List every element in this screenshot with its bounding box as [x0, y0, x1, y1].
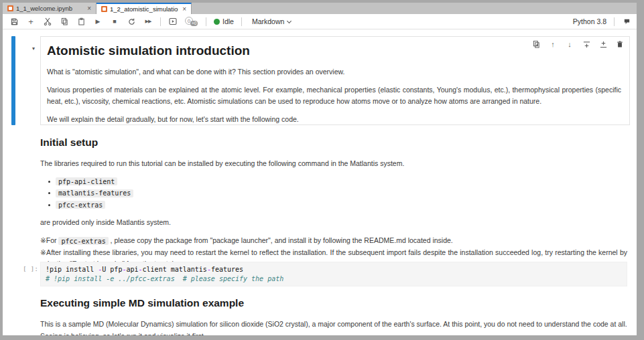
tab-bar: 1_1_welcome.ipynb × 1_2_atomistic_simula…: [3, 3, 637, 14]
section-heading-initial-setup: Initial setup: [40, 137, 627, 149]
list-item: matlantis-features: [44, 189, 627, 197]
move-cell-up-icon[interactable]: ↑: [549, 40, 557, 48]
inline-code-chip: matlantis-features: [56, 189, 133, 197]
code-editor[interactable]: !pip install -U pfp-api-client matlantis…: [40, 262, 627, 286]
insert-cell-above-icon[interactable]: [582, 40, 590, 48]
inline-code-chip: pfcc-extras: [58, 237, 108, 245]
app-window: 1_1_welcome.ipynb × 1_2_atomistic_simula…: [0, 0, 644, 340]
counter-delta: +0: [190, 21, 198, 26]
inline-code-chip: pfp-api-client: [56, 177, 117, 185]
notebook-toolbar: + ▶ ■ ▶▶ 0 +0 Idle Markdown: [3, 14, 637, 29]
duplicate-cell-icon[interactable]: [532, 40, 540, 48]
cell-toolbar: ↑ ↓: [532, 40, 624, 48]
cut-cells-button[interactable]: [43, 16, 52, 27]
move-cell-down-icon[interactable]: ↓: [566, 40, 574, 48]
intro-paragraph-1: What is "atomistic simulation", and what…: [47, 66, 621, 78]
notebook-file-icon: [101, 6, 107, 12]
bullet-icon: [48, 204, 50, 206]
run-panel-icon[interactable]: [168, 16, 178, 27]
save-button[interactable]: [9, 16, 19, 27]
toolbar-separator: [160, 17, 161, 26]
md-example-paragraph: This is a sample MD (Molecular Dynamics)…: [40, 319, 627, 335]
tab-label: 1_2_atomistic_simulation_i: [110, 5, 178, 13]
code-line-1: !pip install -U pfp-api-client matlantis…: [46, 265, 622, 274]
collapse-heading-caret-icon[interactable]: ▾: [32, 46, 35, 52]
markdown-cell-md-example[interactable]: Executing simple MD simulation example T…: [40, 290, 627, 335]
toolbar-separator: [241, 17, 242, 26]
setup-paragraph-2: are provided only inside Matlantis syste…: [40, 217, 627, 228]
list-item: pfcc-extras: [44, 201, 627, 209]
toolbar-separator: [614, 17, 615, 26]
kernel-indicator-icon[interactable]: [622, 16, 631, 27]
notebook-file-icon: [7, 5, 13, 11]
toolbar-separator: [206, 17, 206, 26]
setup-paragraph-1: The libraries required to run this tutor…: [40, 158, 627, 169]
copy-cells-button[interactable]: [60, 16, 69, 27]
tab-atomistic-simulation-notebook[interactable]: 1_2_atomistic_simulation_i ×: [96, 3, 192, 14]
tab-welcome-notebook[interactable]: 1_1_welcome.ipynb ×: [3, 3, 96, 14]
close-tab-icon[interactable]: ×: [181, 5, 186, 13]
tab-label: 1_1_welcome.ipynb: [16, 5, 83, 12]
kernel-name-button[interactable]: Python 3.8: [573, 17, 606, 25]
intro-paragraph-2: Various properties of materials can be e…: [47, 84, 621, 107]
note-text: , please copy the package from "package …: [109, 236, 453, 244]
code-cell-pip-install[interactable]: [ ]: !pip install -U pfp-api-client matl…: [3, 262, 627, 286]
library-list: pfp-api-client matlantis-features pfcc-e…: [44, 177, 627, 209]
markdown-cell-introduction[interactable]: ▾ ↑ ↓ Atomistic simulation introduction …: [40, 36, 630, 125]
interrupt-kernel-button[interactable]: ■: [110, 16, 119, 27]
execution-counter-badge[interactable]: 0 +0: [185, 16, 198, 27]
section-heading-md-example: Executing simple MD simulation example: [40, 297, 627, 309]
chevron-down-icon: [287, 18, 292, 23]
run-cell-button[interactable]: ▶: [93, 16, 103, 27]
insert-cell-below-icon[interactable]: [599, 40, 607, 48]
kernel-status: Idle: [214, 17, 234, 25]
kernel-status-label: Idle: [222, 17, 234, 25]
inline-code-chip: pfcc-extras: [56, 201, 105, 209]
paragraph-line: Seeing is believing, so let's run it and…: [40, 332, 206, 336]
input-prompt: [ ]:: [3, 262, 40, 286]
paragraph-line: This is a sample MD (Molecular Dynamics)…: [40, 320, 627, 328]
intro-paragraph-3: We will explain the detail gradually, bu…: [47, 114, 621, 125]
paste-cells-button[interactable]: [76, 16, 86, 27]
delete-cell-icon[interactable]: [616, 40, 624, 48]
kernel-idle-dot-icon: [214, 19, 220, 25]
markdown-cell-initial-setup[interactable]: Initial setup The libraries required to …: [40, 130, 627, 270]
note-text: ※For: [40, 236, 58, 244]
bullet-icon: [48, 192, 50, 194]
restart-run-all-button[interactable]: ▶▶: [143, 16, 153, 27]
notebook-content: ▾ ↑ ↓ Atomistic simulation introduction …: [3, 29, 637, 335]
cell-type-dropdown[interactable]: Markdown: [249, 16, 294, 27]
list-item: pfp-api-client: [44, 177, 627, 185]
code-line-2: # !pip install -e ../pfcc-extras # pleas…: [46, 274, 622, 284]
restart-kernel-button[interactable]: [127, 16, 136, 27]
selected-cell-indicator: [11, 36, 15, 125]
cell-type-label: Markdown: [252, 17, 284, 25]
close-tab-icon[interactable]: ×: [86, 5, 91, 12]
add-cell-button[interactable]: +: [26, 16, 36, 27]
bullet-icon: [48, 181, 50, 183]
